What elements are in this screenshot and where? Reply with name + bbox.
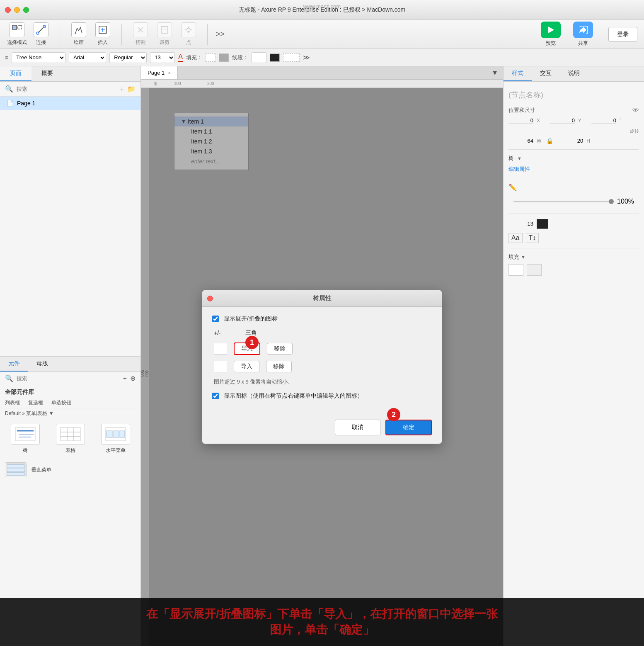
visibility-icon[interactable]: 👁 — [632, 107, 639, 114]
edit-icon-right[interactable]: ✏️ — [508, 183, 517, 191]
comp-breadcrumb[interactable]: Default » 菜单|表格 ▼ — [0, 408, 140, 419]
crop-button[interactable]: 裁剪 — [154, 22, 175, 46]
point-button[interactable]: 点 — [178, 22, 199, 46]
page1-item[interactable]: 📄 Page 1 — [0, 97, 140, 110]
w-input[interactable]: 64 — [508, 138, 533, 144]
comp-item-vmenu[interactable]: 垂直菜单 — [0, 459, 140, 481]
import-button-2[interactable]: 导入 — [234, 361, 259, 372]
tab-pages[interactable]: 页面 — [0, 66, 31, 81]
comp-copy-icon[interactable]: ⊕ — [130, 374, 136, 382]
fill-color-box[interactable] — [206, 53, 215, 62]
add-page-icon[interactable]: + — [120, 85, 124, 93]
more-format-icon[interactable]: ≫ — [303, 53, 310, 61]
comp-add-icon[interactable]: + — [123, 375, 127, 382]
tab-style[interactable]: 样式 — [504, 66, 532, 81]
dialog-close-button[interactable] — [207, 296, 213, 301]
remove-button-1[interactable]: 移除 — [267, 343, 293, 355]
zoom-slider-track[interactable] — [513, 201, 614, 202]
close-button[interactable] — [5, 7, 11, 13]
tab-masters[interactable]: 母版 — [28, 357, 56, 372]
import-row-2: 导入 移除 — [212, 361, 432, 372]
remove-button-2[interactable]: 移除 — [266, 361, 292, 372]
tab-outline[interactable]: 概要 — [31, 66, 63, 81]
dialog-note: 图片超过 9 x 9 像素将自动缩小。 — [214, 378, 432, 386]
stroke-color-swatch[interactable] — [270, 53, 280, 62]
draw-button[interactable]: 绘画 — [68, 22, 89, 46]
comp-search-input[interactable] — [17, 375, 120, 381]
login-button[interactable]: 登录 — [608, 27, 637, 42]
tab-note[interactable]: 说明 — [560, 66, 588, 81]
svg-marker-19 — [548, 27, 554, 33]
folder-icon[interactable]: 📁 — [127, 85, 136, 93]
canvas-area: Page 1 × ▼ ⊕ 100 200 400 500 ▼ — [141, 66, 503, 646]
show-icons-checkbox[interactable] — [212, 316, 219, 322]
right-color-swatch[interactable] — [537, 219, 548, 229]
hmenu-comp-icon — [101, 424, 130, 444]
lock-icon[interactable]: 🔒 — [546, 138, 553, 144]
ruler-marks: 100 200 — [174, 81, 240, 86]
crop-label: 裁剪 — [160, 39, 169, 46]
table-comp-label: 表格 — [65, 447, 75, 454]
text-style-aa-button[interactable]: Aa — [508, 233, 523, 243]
show-icons-checkbox-2[interactable] — [212, 393, 219, 399]
comp-item-hmenu[interactable]: 水平菜单 — [95, 424, 136, 454]
window-title: 无标题 - Axure RP 9 Enterprise Edition : 已授… — [239, 6, 405, 14]
tab-components[interactable]: 元件 — [0, 357, 28, 372]
x-input[interactable]: 0 — [508, 117, 533, 124]
select-mode-button[interactable]: 选择模式 — [7, 22, 27, 46]
comp-item-table[interactable]: 表格 — [50, 424, 90, 454]
fill-color-swatch[interactable] — [219, 53, 229, 62]
insert-label: 插入 — [98, 39, 108, 46]
connect-button[interactable]: 连接 — [31, 22, 51, 46]
tree-prop-label: 树 — [508, 155, 514, 162]
right-panel-tabs: 样式 交互 说明 — [504, 66, 644, 82]
insert-button[interactable]: 插入 — [92, 22, 113, 46]
maximize-button[interactable] — [23, 7, 29, 13]
comp-item-tree[interactable]: 树 — [5, 424, 45, 454]
font-style-select[interactable]: Regular — [109, 52, 147, 63]
category2-label: 复选框 — [28, 399, 43, 406]
element-type-select[interactable]: Tree Node — [12, 52, 65, 63]
right-fill-box1[interactable] — [508, 264, 523, 276]
canvas-tab-dropdown-icon[interactable]: ▼ — [487, 69, 503, 77]
canvas-tab-bar: Page 1 × ▼ — [141, 66, 503, 80]
share-button[interactable]: 共享 — [573, 22, 593, 47]
y-label: Y — [578, 118, 581, 124]
svg-point-6 — [75, 32, 76, 34]
pages-search-input[interactable] — [17, 86, 117, 92]
stroke-value-input[interactable]: 0 — [252, 52, 266, 63]
library-title: 全部元件库 — [0, 385, 140, 398]
page-document-icon: 📄 — [7, 100, 14, 107]
rotate-input[interactable] — [591, 117, 616, 124]
canvas-tab-page1[interactable]: Page 1 × — [141, 66, 178, 79]
fill-label: 填充： — [186, 54, 202, 61]
right-fill-box2[interactable] — [527, 264, 542, 276]
canvas-tab-close-icon[interactable]: × — [168, 70, 171, 76]
h-input[interactable]: 20 — [558, 138, 583, 144]
zoom-slider-thumb[interactable] — [609, 199, 614, 204]
right-font-size-input[interactable]: 13 — [508, 221, 533, 227]
text-direction-button[interactable]: T↕ — [526, 233, 539, 243]
select-mode-icon — [10, 22, 24, 37]
stroke-style-box[interactable] — [283, 53, 300, 62]
tree-comp-icon — [11, 424, 40, 444]
horizontal-ruler: ⊕ 100 200 — [141, 80, 503, 88]
preview-button[interactable]: 预览 — [540, 22, 561, 47]
titlebar: www.macz.com 无标题 - Axure RP 9 Enterprise… — [0, 0, 644, 20]
tab-interaction[interactable]: 交互 — [532, 66, 560, 81]
comp-grid: 树 表格 — [0, 419, 140, 459]
font-size-row: 13 — [508, 219, 639, 229]
minimize-button[interactable] — [14, 7, 20, 13]
plus-minus-label: +/- — [214, 330, 239, 336]
font-family-select[interactable]: Arial — [69, 52, 106, 63]
cancel-button[interactable]: 取消 — [335, 420, 380, 435]
connect-label: 连接 — [36, 39, 46, 46]
ok-button[interactable]: 确定 — [385, 420, 432, 435]
y-input[interactable]: 0 — [550, 117, 575, 124]
font-size-select[interactable]: 13 — [150, 52, 175, 63]
canvas-content[interactable]: 400 500 ▼ Item 1 Item 1.1 Item 1.2 Item … — [141, 88, 503, 646]
edit-props-link[interactable]: 编辑属性 — [508, 165, 639, 173]
left-panel: 页面 概要 🔍 + 📁 📄 Page 1 元件 母版 🔍 — [0, 66, 141, 646]
more-tools-label[interactable]: >> — [216, 30, 225, 39]
cut-button[interactable]: 切割 — [130, 22, 151, 46]
